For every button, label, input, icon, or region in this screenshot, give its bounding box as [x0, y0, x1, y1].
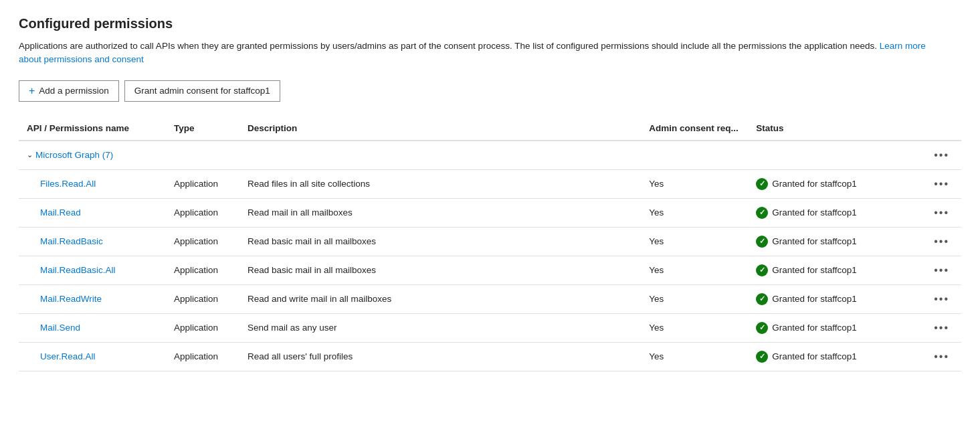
permission-status-cell: Granted for staffcop1: [748, 284, 922, 313]
check-icon: [756, 264, 768, 276]
permission-actions-button[interactable]: •••: [930, 234, 953, 249]
check-icon: [756, 236, 768, 248]
permission-actions-cell: •••: [922, 313, 961, 342]
check-icon: [756, 322, 768, 334]
permission-description-cell: Read and write mail in all mailboxes: [239, 284, 641, 313]
permission-link[interactable]: Files.Read.All: [27, 179, 96, 189]
permission-link[interactable]: Mail.ReadBasic: [27, 236, 103, 246]
permission-admin-consent-cell: Yes: [641, 284, 748, 313]
permission-actions-cell: •••: [922, 284, 961, 313]
permission-type-cell: Application: [166, 198, 239, 227]
permission-name-cell: Mail.ReadWrite: [19, 284, 166, 313]
permission-admin-consent-cell: Yes: [641, 313, 748, 342]
permission-description-cell: Read mail in all mailboxes: [239, 198, 641, 227]
check-icon: [756, 293, 768, 305]
permission-description-cell: Send mail as any user: [239, 313, 641, 342]
check-icon: [756, 178, 768, 190]
table-row: Mail.Send Application Send mail as any u…: [19, 313, 961, 342]
col-header-status: Status: [748, 118, 922, 141]
permission-name-cell: Files.Read.All: [19, 169, 166, 198]
permission-type-cell: Application: [166, 313, 239, 342]
permission-admin-consent-cell: Yes: [641, 227, 748, 256]
permission-description-cell: Read files in all site collections: [239, 169, 641, 198]
status-text: Granted for staffcop1: [772, 179, 857, 189]
status-granted: Granted for staffcop1: [756, 264, 914, 276]
permission-actions-cell: •••: [922, 342, 961, 371]
status-text: Granted for staffcop1: [772, 323, 857, 333]
permission-status-cell: Granted for staffcop1: [748, 313, 922, 342]
permission-actions-button[interactable]: •••: [930, 205, 953, 220]
permission-actions-button[interactable]: •••: [930, 177, 953, 191]
permission-name-cell: Mail.Read: [19, 198, 166, 227]
permission-link[interactable]: Mail.Send: [27, 323, 80, 333]
status-granted: Granted for staffcop1: [756, 293, 914, 305]
permission-admin-consent-cell: Yes: [641, 342, 748, 371]
permission-link[interactable]: Mail.Read: [27, 207, 81, 218]
status-granted: Granted for staffcop1: [756, 351, 914, 363]
permission-admin-consent-cell: Yes: [641, 198, 748, 227]
permission-type-cell: Application: [166, 342, 239, 371]
permission-status-cell: Granted for staffcop1: [748, 169, 922, 198]
permission-actions-button[interactable]: •••: [930, 321, 953, 335]
permission-actions-button[interactable]: •••: [930, 292, 953, 307]
col-header-actions: [922, 118, 961, 141]
page-title: Configured permissions: [19, 16, 961, 31]
permission-admin-consent-cell: Yes: [641, 256, 748, 284]
permissions-table: API / Permissions name Type Description …: [19, 118, 961, 371]
page-description: Applications are authorized to call APIs…: [19, 39, 942, 67]
status-granted: Granted for staffcop1: [756, 236, 914, 248]
group-actions-button[interactable]: •••: [930, 148, 953, 163]
permission-description-cell: Read basic mail in all mailboxes: [239, 227, 641, 256]
status-text: Granted for staffcop1: [772, 351, 857, 361]
table-row: Mail.ReadBasic.All Application Read basi…: [19, 256, 961, 284]
table-row: Mail.Read Application Read mail in all m…: [19, 198, 961, 227]
permission-link[interactable]: Mail.ReadBasic.All: [27, 265, 116, 275]
add-permission-button[interactable]: + Add a permission: [19, 80, 119, 102]
status-granted: Granted for staffcop1: [756, 178, 914, 190]
permission-status-cell: Granted for staffcop1: [748, 227, 922, 256]
permission-name-cell: Mail.ReadBasic: [19, 227, 166, 256]
permission-actions-cell: •••: [922, 227, 961, 256]
check-icon: [756, 207, 768, 219]
status-text: Granted for staffcop1: [772, 294, 857, 304]
permission-link[interactable]: User.Read.All: [27, 351, 96, 361]
permission-actions-cell: •••: [922, 256, 961, 284]
plus-icon: +: [29, 85, 35, 97]
permission-admin-consent-cell: Yes: [641, 169, 748, 198]
status-granted: Granted for staffcop1: [756, 322, 914, 334]
status-text: Granted for staffcop1: [772, 236, 857, 246]
col-header-name: API / Permissions name: [19, 118, 166, 141]
toolbar: + Add a permission Grant admin consent f…: [19, 80, 961, 102]
permission-status-cell: Granted for staffcop1: [748, 256, 922, 284]
table-row: User.Read.All Application Read all users…: [19, 342, 961, 371]
status-granted: Granted for staffcop1: [756, 207, 914, 219]
col-header-description: Description: [239, 118, 641, 141]
permission-type-cell: Application: [166, 256, 239, 284]
permission-link[interactable]: Mail.ReadWrite: [27, 294, 102, 304]
status-text: Granted for staffcop1: [772, 265, 857, 275]
grant-consent-button[interactable]: Grant admin consent for staffcop1: [124, 80, 280, 102]
permission-name-cell: Mail.ReadBasic.All: [19, 256, 166, 284]
table-row: Mail.ReadBasic Application Read basic ma…: [19, 227, 961, 256]
table-row: Files.Read.All Application Read files in…: [19, 169, 961, 198]
permission-actions-button[interactable]: •••: [930, 349, 953, 364]
api-group-row: ⌄ Microsoft Graph (7) •••: [19, 141, 961, 170]
status-text: Granted for staffcop1: [772, 207, 857, 218]
permission-status-cell: Granted for staffcop1: [748, 198, 922, 227]
permission-actions-cell: •••: [922, 198, 961, 227]
permission-type-cell: Application: [166, 284, 239, 313]
permission-description-cell: Read all users' full profiles: [239, 342, 641, 371]
chevron-icon: ⌄: [27, 151, 33, 159]
api-group-link[interactable]: ⌄ Microsoft Graph (7): [27, 150, 914, 160]
permission-actions-cell: •••: [922, 169, 961, 198]
permission-type-cell: Application: [166, 227, 239, 256]
permission-actions-button[interactable]: •••: [930, 263, 953, 278]
permission-name-cell: Mail.Send: [19, 313, 166, 342]
api-group-name-cell: ⌄ Microsoft Graph (7): [19, 141, 922, 170]
table-row: Mail.ReadWrite Application Read and writ…: [19, 284, 961, 313]
check-icon: [756, 351, 768, 363]
permission-status-cell: Granted for staffcop1: [748, 342, 922, 371]
col-header-type: Type: [166, 118, 239, 141]
table-header-row: API / Permissions name Type Description …: [19, 118, 961, 141]
permission-type-cell: Application: [166, 169, 239, 198]
